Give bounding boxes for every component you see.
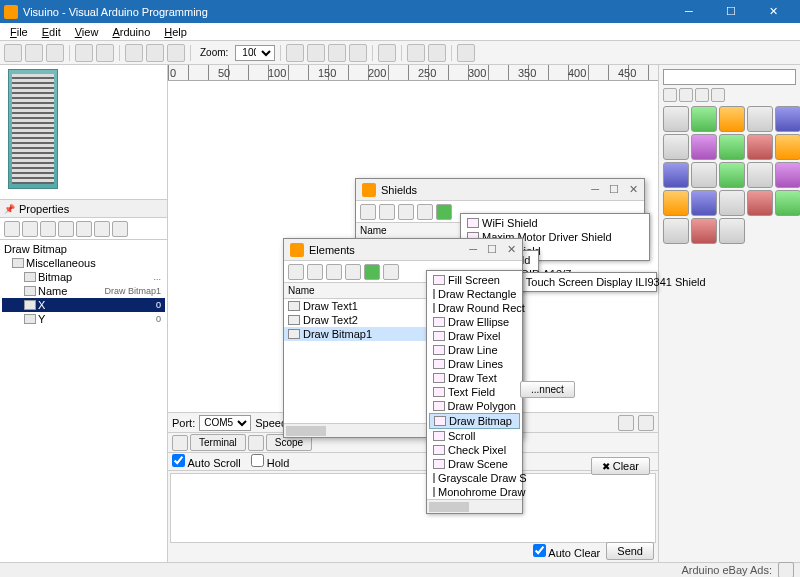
save-icon[interactable]	[46, 44, 64, 62]
list-item[interactable]: Draw Lines	[429, 357, 520, 371]
prop-categorize-icon[interactable]	[4, 221, 20, 237]
component-item[interactable]	[719, 162, 745, 188]
list-item[interactable]: Draw Ellipse	[429, 315, 520, 329]
prop-bitmap[interactable]: Bitmap...	[2, 270, 165, 284]
upload-icon[interactable]	[407, 44, 425, 62]
autoclear-checkbox[interactable]: Auto Clear	[533, 544, 600, 559]
dlg-add-icon[interactable]	[288, 264, 304, 280]
new-icon[interactable]	[4, 44, 22, 62]
dlg-close-icon[interactable]: ✕	[629, 183, 638, 196]
tab-terminal[interactable]: Terminal	[190, 434, 246, 451]
list-item[interactable]: Text Field	[429, 385, 520, 399]
zoomout-icon[interactable]	[307, 44, 325, 62]
menu-view[interactable]: View	[69, 24, 105, 40]
zoomin-icon[interactable]	[286, 44, 304, 62]
scrollbar-horizontal[interactable]	[286, 426, 326, 436]
prop-az-icon[interactable]	[22, 221, 38, 237]
component-item[interactable]	[747, 106, 773, 132]
dlg-up-icon[interactable]	[326, 264, 342, 280]
component-item[interactable]	[775, 106, 800, 132]
component-item[interactable]	[775, 134, 800, 160]
list-item[interactable]: Grayscale Draw S	[429, 471, 520, 485]
list-item[interactable]: Draw Round Rect	[429, 301, 520, 315]
prop-collapse-icon[interactable]	[76, 221, 92, 237]
dlg-max-icon[interactable]: ☐	[487, 243, 497, 256]
component-item[interactable]	[663, 218, 689, 244]
component-item[interactable]	[663, 134, 689, 160]
prop-y[interactable]: Y0	[2, 312, 165, 326]
prop-expand-icon[interactable]	[58, 221, 74, 237]
list-item[interactable]: Draw Scene	[429, 457, 520, 471]
component-item[interactable]	[691, 134, 717, 160]
compile-icon[interactable]	[428, 44, 446, 62]
close-button[interactable]: ✕	[758, 5, 788, 18]
cut-icon[interactable]	[125, 44, 143, 62]
list-item[interactable]: Draw Polygon	[429, 399, 520, 413]
arduino-board-preview[interactable]	[8, 69, 58, 189]
dlg-close-icon[interactable]: ✕	[507, 243, 516, 256]
dlg-down-icon[interactable]	[417, 204, 433, 220]
tool-icon[interactable]	[457, 44, 475, 62]
status-icon[interactable]	[778, 562, 794, 577]
dlg-opt-icon[interactable]	[383, 264, 399, 280]
pal-cat2-icon[interactable]	[695, 88, 709, 102]
list-item[interactable]: Fill Screen	[429, 273, 520, 287]
pal-list-icon[interactable]	[711, 88, 725, 102]
list-item[interactable]: WiFi Shield	[463, 216, 647, 230]
design-preview[interactable]	[0, 65, 167, 200]
pal-cat-icon[interactable]	[679, 88, 693, 102]
port-select[interactable]: COM5 (A	[199, 415, 251, 431]
component-item[interactable]	[775, 162, 800, 188]
prop-help-icon[interactable]	[112, 221, 128, 237]
port-settings-icon[interactable]	[638, 415, 654, 431]
scrollbar-horizontal[interactable]	[429, 502, 469, 512]
component-item[interactable]	[691, 218, 717, 244]
component-item[interactable]	[691, 162, 717, 188]
component-item[interactable]	[663, 162, 689, 188]
dlg-min-icon[interactable]: ─	[469, 243, 477, 256]
pal-fav-icon[interactable]	[663, 88, 677, 102]
list-item[interactable]: Monohrome Draw	[429, 485, 520, 499]
paste-icon[interactable]	[167, 44, 185, 62]
hold-checkbox[interactable]: Hold	[251, 454, 290, 469]
undo-icon[interactable]	[75, 44, 93, 62]
dlg-del-icon[interactable]	[307, 264, 323, 280]
list-item[interactable]: Draw Line	[429, 343, 520, 357]
minimize-button[interactable]: ─	[674, 5, 704, 18]
list-item[interactable]: Draw Rectangle	[429, 287, 520, 301]
prop-name[interactable]: NameDraw Bitmap1	[2, 284, 165, 298]
port-delete-icon[interactable]	[618, 415, 634, 431]
component-item[interactable]	[747, 162, 773, 188]
dlg-up-icon[interactable]	[398, 204, 414, 220]
component-item[interactable]	[747, 190, 773, 216]
component-item[interactable]	[719, 134, 745, 160]
component-item[interactable]	[663, 190, 689, 216]
list-item[interactable]: Draw Bitmap	[429, 413, 520, 429]
delete-icon[interactable]	[378, 44, 396, 62]
send-button[interactable]: Send	[606, 542, 654, 560]
col-name[interactable]: Name	[284, 283, 444, 299]
component-item[interactable]	[691, 190, 717, 216]
zoomfit-icon[interactable]	[328, 44, 346, 62]
dlg-down-icon[interactable]	[345, 264, 361, 280]
component-item[interactable]	[691, 106, 717, 132]
prop-x[interactable]: X0	[2, 298, 165, 312]
list-item[interactable]: Draw Pixel	[429, 329, 520, 343]
list-item[interactable]: Draw Text	[429, 371, 520, 385]
prop-filter-icon[interactable]	[94, 221, 110, 237]
refresh-icon[interactable]	[349, 44, 367, 62]
palette-search-input[interactable]	[663, 69, 796, 85]
prop-refresh-icon[interactable]	[40, 221, 56, 237]
maximize-button[interactable]: ☐	[716, 5, 746, 18]
component-item[interactable]	[719, 190, 745, 216]
list-item[interactable]: Check Pixel	[429, 443, 520, 457]
autoscroll-checkbox[interactable]: Auto Scroll	[172, 454, 241, 469]
component-item[interactable]	[719, 218, 745, 244]
copy-icon[interactable]	[146, 44, 164, 62]
menu-arduino[interactable]: Arduino	[106, 24, 156, 40]
list-item[interactable]: ...or Touch Screen Display ILI9341 Shiel…	[500, 275, 654, 289]
menu-help[interactable]: Help	[158, 24, 193, 40]
connect-button[interactable]: ...nnect	[520, 381, 575, 398]
dlg-new-icon[interactable]	[364, 264, 380, 280]
dlg-new-icon[interactable]	[436, 204, 452, 220]
